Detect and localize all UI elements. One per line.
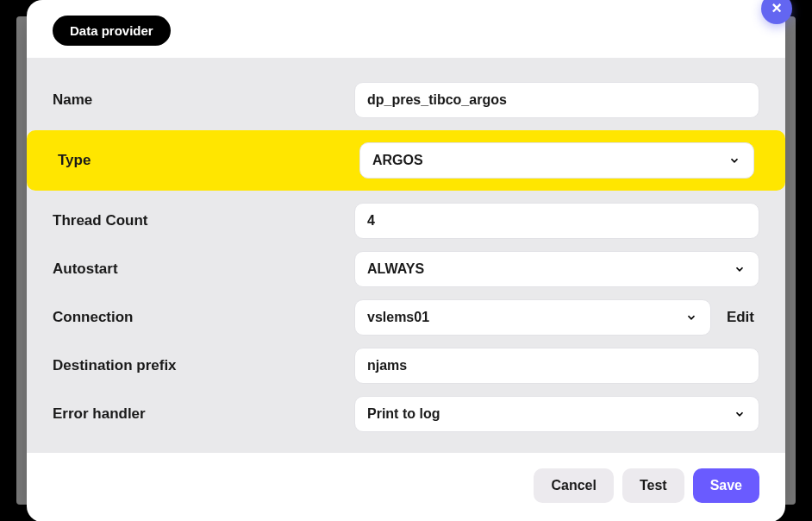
connection-select-value: vslems01 <box>367 310 429 325</box>
label-name: Name <box>53 91 354 109</box>
row-name: Name <box>53 82 759 118</box>
close-icon: × <box>771 0 782 18</box>
close-button[interactable]: × <box>761 0 792 24</box>
row-thread-count: Thread Count <box>53 203 759 239</box>
row-autostart: Autostart ALWAYS <box>53 251 759 287</box>
autostart-select-value: ALWAYS <box>367 261 424 277</box>
chevron-down-icon <box>733 262 746 276</box>
label-error-handler: Error handler <box>53 405 354 423</box>
label-autostart: Autostart <box>53 260 354 278</box>
save-button[interactable]: Save <box>693 468 759 503</box>
row-connection: Connection vslems01 Edit <box>53 299 759 336</box>
type-select-value: ARGOS <box>372 153 423 168</box>
chevron-down-icon <box>728 154 741 167</box>
error-handler-select[interactable]: Print to log <box>354 396 759 432</box>
name-input[interactable] <box>354 82 759 118</box>
data-provider-modal: × Data provider Name Type ARGOS <box>27 0 785 521</box>
destination-prefix-input[interactable] <box>354 348 759 384</box>
row-error-handler: Error handler Print to log <box>53 396 759 432</box>
modal-body: Name Type ARGOS Thread Count <box>27 58 785 453</box>
modal-title-badge: Data provider <box>53 16 171 46</box>
thread-count-input[interactable] <box>354 203 759 239</box>
chevron-down-icon <box>733 407 746 421</box>
type-select[interactable]: ARGOS <box>359 142 754 179</box>
connection-select[interactable]: vslems01 <box>354 299 711 336</box>
row-type: Type ARGOS <box>27 130 785 191</box>
label-destination-prefix: Destination prefix <box>53 357 354 374</box>
modal-footer: Cancel Test Save <box>27 453 785 522</box>
chevron-down-icon <box>684 311 698 324</box>
modal-backdrop: × Data provider Name Type ARGOS <box>16 16 796 505</box>
label-thread-count: Thread Count <box>53 212 354 229</box>
label-type: Type <box>58 152 359 169</box>
modal-header: Data provider <box>27 0 785 58</box>
row-destination-prefix: Destination prefix <box>53 348 759 384</box>
label-connection: Connection <box>53 309 354 326</box>
autostart-select[interactable]: ALWAYS <box>354 251 759 287</box>
test-button[interactable]: Test <box>622 468 684 503</box>
cancel-button[interactable]: Cancel <box>534 468 613 503</box>
edit-connection-link[interactable]: Edit <box>727 309 759 326</box>
error-handler-select-value: Print to log <box>367 406 440 422</box>
